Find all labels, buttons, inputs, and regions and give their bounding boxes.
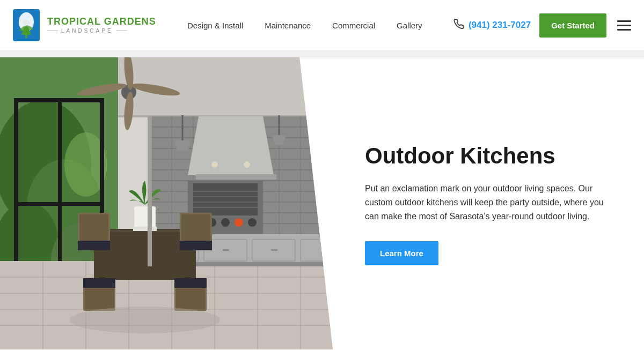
- svg-rect-89: [79, 214, 108, 241]
- svg-rect-64: [193, 183, 258, 215]
- phone-number[interactable]: (941) 231-7027: [469, 20, 531, 31]
- nav-item-design[interactable]: Design & Install: [187, 21, 243, 30]
- get-started-button[interactable]: Get Started: [539, 13, 606, 38]
- svg-rect-62: [271, 249, 277, 251]
- subheader-bar: [0, 51, 644, 57]
- svg-rect-93: [83, 278, 115, 288]
- svg-marker-75: [174, 140, 191, 151]
- svg-rect-51: [196, 174, 276, 180]
- hero-image-container: [0, 57, 333, 350]
- svg-marker-50: [188, 116, 274, 175]
- header: TROPICAL GARDENS LANDSCAPE Design & Inst…: [0, 0, 644, 51]
- svg-rect-90: [78, 241, 110, 250]
- main-section: Outdoor Kitchens Put an exclamation mark…: [0, 57, 644, 350]
- logo-title: TROPICAL GARDENS: [47, 17, 156, 27]
- logo-icon: [11, 7, 42, 43]
- logo-text: TROPICAL GARDENS LANDSCAPE: [47, 17, 156, 34]
- svg-point-73: [248, 218, 257, 227]
- nav-item-commercial[interactable]: Commercial: [332, 21, 375, 30]
- svg-rect-103: [148, 116, 152, 266]
- nav-item-gallery[interactable]: Gallery: [397, 21, 422, 30]
- svg-rect-95: [181, 214, 210, 241]
- svg-rect-2: [25, 31, 27, 38]
- main-nav: Design & Install Maintenance Commercial …: [187, 21, 422, 30]
- svg-point-53: [244, 161, 250, 168]
- svg-rect-96: [180, 241, 212, 250]
- hamburger-menu[interactable]: [615, 18, 633, 33]
- phone-area[interactable]: (941) 231-7027: [453, 19, 531, 32]
- svg-rect-99: [174, 278, 207, 288]
- hamburger-line-2: [617, 25, 631, 26]
- svg-rect-61: [223, 249, 229, 251]
- hamburger-line-3: [617, 29, 631, 31]
- svg-point-52: [211, 161, 218, 168]
- svg-point-102: [70, 307, 220, 333]
- svg-point-72: [235, 218, 243, 227]
- learn-more-button[interactable]: Learn More: [365, 241, 438, 265]
- hamburger-line-1: [617, 20, 631, 22]
- content-area: Outdoor Kitchens Put an exclamation mark…: [333, 122, 644, 286]
- nav-item-maintenance[interactable]: Maintenance: [265, 21, 311, 30]
- section-description: Put an exclamation mark on your outdoor …: [365, 182, 612, 224]
- logo[interactable]: TROPICAL GARDENS LANDSCAPE: [11, 7, 156, 43]
- hero-image: [0, 57, 333, 349]
- svg-point-71: [221, 218, 230, 227]
- header-right: (941) 231-7027 Get Started: [453, 13, 633, 38]
- phone-icon: [453, 19, 464, 32]
- logo-subtitle: LANDSCAPE: [47, 28, 156, 34]
- svg-rect-101: [133, 227, 157, 231]
- section-title: Outdoor Kitchens: [365, 144, 555, 168]
